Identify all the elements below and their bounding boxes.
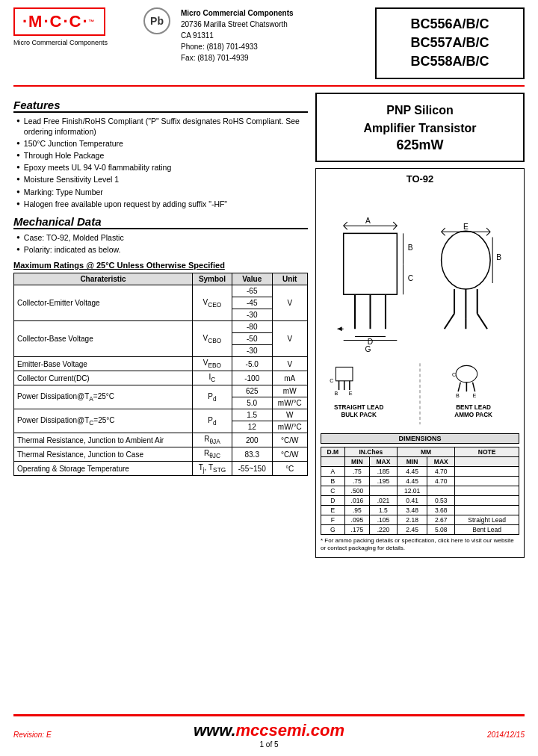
dim-row: F.095.1052.182.67Straight Lead	[321, 515, 519, 524]
dim-col-mm: MM	[397, 447, 454, 456]
main-content: Features Lead Free Finish/RoHS Compliant…	[13, 93, 525, 707]
value-pd-tc1: 1.5	[232, 409, 272, 421]
svg-text:BENT LEAD: BENT LEAD	[456, 403, 491, 410]
right-column: PNP Silicon Amplifier Transistor 625mW T…	[315, 93, 525, 707]
svg-line-30	[486, 228, 490, 232]
part-bc557: BC557A/B/C	[389, 34, 511, 52]
unit-ic: mA	[272, 371, 308, 385]
svg-text:C: C	[408, 273, 413, 282]
svg-line-7	[393, 222, 397, 226]
svg-text:C: C	[452, 371, 456, 377]
char-ebo: Emitter-Base Voltage	[14, 357, 193, 371]
feature-item: 150°C Junction Temperature	[16, 138, 308, 149]
mechanical-item: Polarity: indicated as below.	[16, 244, 308, 255]
ratings-heading-text: Maximum Ratings @ 25°C Unless Otherwise …	[13, 261, 225, 270]
to92-diagram: A B C D G	[321, 188, 519, 432]
company-name: Micro Commercial Components	[181, 7, 375, 19]
value-cbo-bc557: -50	[232, 333, 272, 345]
svg-text:A: A	[365, 217, 371, 225]
svg-line-5	[344, 222, 347, 226]
part-bc558: BC558A/B/C	[389, 52, 511, 71]
char-ceo: Collector-Emitter Voltage	[14, 285, 193, 321]
char-pd-ta: Power Dissipation@TA=25°C	[14, 385, 193, 409]
symbol-pd-ta: Pd	[192, 385, 232, 409]
ratings-heading: Maximum Ratings @ 25°C Unless Otherwise …	[13, 261, 308, 270]
svg-rect-35	[336, 367, 353, 380]
value-ceo-bc556: -65	[232, 285, 272, 297]
footer-revision: Revision: E	[13, 731, 73, 739]
mechanical-item: Case: TO-92, Molded Plastic	[16, 232, 308, 243]
feature-text: Lead Free Finish/RoHS Compliant ("P" Suf…	[24, 116, 308, 137]
table-row: Thermal Resistance, Junction to Case RθJ…	[14, 447, 308, 462]
svg-text:E: E	[473, 393, 477, 399]
dimensions-heading: DIMENSIONS	[321, 433, 519, 444]
svg-text:G: G	[365, 345, 371, 353]
sub-note: * For ammo packing details or specificat…	[321, 537, 519, 553]
table-row: Collector-Emitter Voltage VCEO -65 V	[14, 285, 308, 297]
company-fax: Fax: (818) 701-4939	[181, 52, 375, 63]
value-temp: -55~150	[232, 462, 272, 476]
svg-text:AMMO PACK: AMMO PACK	[454, 411, 492, 418]
svg-line-43	[458, 382, 460, 391]
symbol-rja: RθJA	[192, 433, 232, 447]
feature-item: Epoxy meets UL 94 V-0 flammability ratin…	[16, 162, 308, 173]
unit-cbo: V	[272, 321, 308, 357]
svg-marker-17	[338, 326, 342, 331]
symbol-pd-tc: Pd	[192, 409, 232, 433]
value-ic: -100	[232, 371, 272, 385]
svg-rect-0	[344, 233, 398, 294]
table-row: Emitter-Base Voltage VEBO -5.0 V	[14, 357, 308, 371]
table-row: Collector-Base Voltage VCBO -80 V	[14, 321, 308, 333]
svg-line-31	[486, 232, 490, 235]
footer: Revision: E www.mccsemi.com 1 of 5 2014/…	[13, 714, 525, 749]
value-rja: 200	[232, 433, 272, 447]
table-row: Power Dissipation@TC=25°C Pd 1.5 W	[14, 409, 308, 421]
dim-subhead-inmax: MAX	[370, 456, 398, 466]
svg-line-45	[473, 382, 475, 391]
symbol-ceo: VCEO	[192, 285, 232, 321]
feature-text: Moisture Sensitivity Level 1	[24, 174, 119, 185]
table-row: Power Dissipation@TA=25°C Pd 625 mW	[14, 385, 308, 397]
company-city: CA 91311	[181, 30, 375, 41]
diagram-box: TO-92 A	[315, 168, 525, 558]
dim-col-dm: D.M	[321, 447, 345, 456]
mechanical-text: Polarity: indicated as below.	[24, 244, 121, 255]
diagram-title: TO-92	[321, 173, 519, 185]
dim-subhead-inmin: MIN	[344, 456, 369, 466]
value-cbo-bc556: -80	[232, 321, 272, 333]
char-rjc: Thermal Resistance, Junction to Case	[14, 447, 193, 462]
char-pd-tc: Power Dissipation@TC=25°C	[14, 409, 193, 433]
part-number-box: BC556A/B/C BC557A/B/C BC558A/B/C	[375, 7, 525, 79]
svg-line-24	[445, 313, 454, 328]
dim-col-note: NOTE	[455, 447, 519, 456]
table-row: Thermal Resistance, Junction to Ambient …	[14, 433, 308, 447]
dim-row: D.016.0210.410.53	[321, 495, 519, 505]
svg-line-29	[442, 232, 445, 235]
value-ebo: -5.0	[232, 357, 272, 371]
footer-date: 2014/12/15	[465, 731, 525, 739]
header: ·M·C·C· ™ Micro Commercial Components Pb…	[13, 7, 525, 87]
svg-line-6	[344, 226, 347, 229]
features-list: Lead Free Finish/RoHS Compliant ("P" Suf…	[13, 116, 308, 209]
symbol-rjc: RθJC	[192, 447, 232, 462]
dim-row: B.75.1954.454.70	[321, 476, 519, 486]
dimensions-table: D.M IN.Ches MM NOTE MIN MAX MIN MAX	[321, 447, 519, 535]
value-rjc: 83.3	[232, 447, 272, 462]
unit-pd-ta2: mW/°C	[272, 397, 308, 409]
company-phone: Phone: (818) 701-4933	[181, 41, 375, 52]
value-pd-ta2: 5.0	[232, 397, 272, 409]
feature-text: Halogen free available upon request by a…	[24, 199, 227, 209]
char-rja: Thermal Resistance, Junction to Ambient …	[14, 433, 193, 447]
svg-text:B: B	[334, 391, 338, 397]
desc-line3: 625mW	[324, 137, 516, 153]
table-row: Collector Current(DC) IC -100 mA	[14, 371, 308, 385]
col-value: Value	[232, 273, 272, 285]
desc-line1: PNP Silicon	[324, 102, 516, 120]
feature-text: 150°C Junction Temperature	[24, 138, 123, 149]
svg-text:STRAIGHT LEAD: STRAIGHT LEAD	[334, 403, 383, 410]
value-ceo-bc558: -30	[232, 309, 272, 321]
feature-text: Marking: Type Number	[24, 187, 103, 197]
dim-row: E.951.53.483.68	[321, 505, 519, 515]
symbol-ic: IC	[192, 371, 232, 385]
pb-label: Pb	[150, 15, 164, 27]
